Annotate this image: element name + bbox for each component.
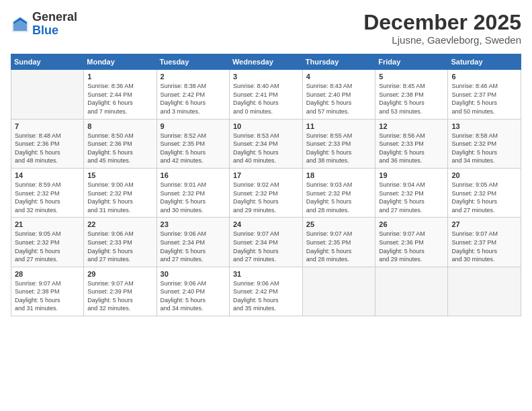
day-number: 14 bbox=[15, 171, 80, 179]
table-row: 20Sunrise: 9:05 AMSunset: 2:32 PMDayligh… bbox=[448, 168, 521, 217]
calendar-header-row: Sunday Monday Tuesday Wednesday Thursday… bbox=[11, 54, 521, 70]
table-row: 12Sunrise: 8:56 AMSunset: 2:33 PMDayligh… bbox=[375, 119, 448, 168]
logo-general: General bbox=[32, 10, 77, 24]
day-number: 25 bbox=[306, 220, 372, 228]
day-number: 3 bbox=[233, 73, 299, 81]
day-info: Sunrise: 8:38 AMSunset: 2:42 PMDaylight:… bbox=[161, 82, 226, 116]
calendar-week-row: 21Sunrise: 9:05 AMSunset: 2:32 PMDayligh… bbox=[11, 218, 521, 267]
table-row bbox=[11, 70, 84, 119]
day-number: 10 bbox=[233, 122, 299, 130]
table-row: 5Sunrise: 8:45 AMSunset: 2:38 PMDaylight… bbox=[375, 70, 448, 119]
table-row: 26Sunrise: 9:07 AMSunset: 2:36 PMDayligh… bbox=[375, 218, 448, 267]
day-info: Sunrise: 8:36 AMSunset: 2:44 PMDaylight:… bbox=[87, 82, 152, 116]
day-number: 5 bbox=[379, 73, 444, 81]
day-info: Sunrise: 8:48 AMSunset: 2:36 PMDaylight:… bbox=[15, 132, 80, 165]
logo: General Blue bbox=[11, 11, 77, 38]
day-info: Sunrise: 8:43 AMSunset: 2:40 PMDaylight:… bbox=[306, 82, 372, 116]
table-row: 21Sunrise: 9:05 AMSunset: 2:32 PMDayligh… bbox=[11, 218, 84, 267]
day-number: 28 bbox=[15, 270, 80, 278]
day-info: Sunrise: 9:05 AMSunset: 2:32 PMDaylight:… bbox=[451, 181, 517, 214]
location-title: Ljusne, Gaevleborg, Sweden bbox=[363, 34, 521, 46]
day-info: Sunrise: 8:50 AMSunset: 2:36 PMDaylight:… bbox=[87, 132, 152, 165]
col-wednesday: Wednesday bbox=[229, 54, 302, 70]
col-thursday: Thursday bbox=[302, 54, 375, 70]
calendar-table: Sunday Monday Tuesday Wednesday Thursday… bbox=[11, 54, 521, 316]
table-row: 2Sunrise: 8:38 AMSunset: 2:42 PMDaylight… bbox=[157, 70, 229, 119]
table-row: 8Sunrise: 8:50 AMSunset: 2:36 PMDaylight… bbox=[84, 119, 157, 168]
day-number: 12 bbox=[379, 122, 444, 130]
day-info: Sunrise: 9:02 AMSunset: 2:32 PMDaylight:… bbox=[233, 181, 299, 214]
day-info: Sunrise: 9:07 AMSunset: 2:35 PMDaylight:… bbox=[306, 230, 372, 263]
day-number: 13 bbox=[451, 122, 517, 130]
day-number: 22 bbox=[87, 220, 152, 228]
day-number: 26 bbox=[379, 220, 444, 228]
table-row: 29Sunrise: 9:07 AMSunset: 2:39 PMDayligh… bbox=[84, 267, 157, 316]
day-number: 15 bbox=[87, 171, 152, 179]
table-row: 23Sunrise: 9:06 AMSunset: 2:34 PMDayligh… bbox=[157, 218, 229, 267]
day-number: 17 bbox=[233, 171, 299, 179]
table-row: 19Sunrise: 9:04 AMSunset: 2:32 PMDayligh… bbox=[375, 168, 448, 217]
day-number: 2 bbox=[161, 73, 226, 81]
day-info: Sunrise: 9:06 AMSunset: 2:40 PMDaylight:… bbox=[161, 279, 226, 313]
day-number: 7 bbox=[15, 122, 80, 130]
day-info: Sunrise: 9:06 AMSunset: 2:42 PMDaylight:… bbox=[233, 279, 299, 313]
table-row: 25Sunrise: 9:07 AMSunset: 2:35 PMDayligh… bbox=[302, 218, 375, 267]
day-number: 21 bbox=[15, 220, 80, 228]
day-info: Sunrise: 8:53 AMSunset: 2:34 PMDaylight:… bbox=[233, 132, 299, 165]
table-row: 24Sunrise: 9:07 AMSunset: 2:34 PMDayligh… bbox=[229, 218, 302, 267]
table-row: 9Sunrise: 8:52 AMSunset: 2:35 PMDaylight… bbox=[157, 119, 229, 168]
table-row: 30Sunrise: 9:06 AMSunset: 2:40 PMDayligh… bbox=[157, 267, 229, 316]
table-row: 14Sunrise: 8:59 AMSunset: 2:32 PMDayligh… bbox=[11, 168, 84, 217]
day-number: 31 bbox=[233, 270, 299, 278]
page-container: General Blue December 2025 Ljusne, Gaevl… bbox=[0, 0, 532, 411]
day-info: Sunrise: 8:55 AMSunset: 2:33 PMDaylight:… bbox=[306, 132, 372, 165]
day-number: 30 bbox=[161, 270, 226, 278]
day-info: Sunrise: 9:07 AMSunset: 2:39 PMDaylight:… bbox=[87, 279, 152, 313]
calendar-week-row: 14Sunrise: 8:59 AMSunset: 2:32 PMDayligh… bbox=[11, 168, 521, 217]
day-number: 19 bbox=[379, 171, 444, 179]
day-info: Sunrise: 8:40 AMSunset: 2:41 PMDaylight:… bbox=[233, 82, 299, 116]
day-number: 20 bbox=[451, 171, 517, 179]
day-info: Sunrise: 9:07 AMSunset: 2:34 PMDaylight:… bbox=[233, 230, 299, 263]
table-row: 18Sunrise: 9:03 AMSunset: 2:32 PMDayligh… bbox=[302, 168, 375, 217]
day-info: Sunrise: 8:56 AMSunset: 2:33 PMDaylight:… bbox=[379, 132, 444, 165]
day-number: 1 bbox=[87, 73, 152, 81]
day-number: 16 bbox=[161, 171, 226, 179]
day-info: Sunrise: 8:59 AMSunset: 2:32 PMDaylight:… bbox=[15, 181, 80, 214]
table-row: 27Sunrise: 9:07 AMSunset: 2:37 PMDayligh… bbox=[448, 218, 521, 267]
day-number: 4 bbox=[306, 73, 372, 81]
table-row: 4Sunrise: 8:43 AMSunset: 2:40 PMDaylight… bbox=[302, 70, 375, 119]
calendar-week-row: 7Sunrise: 8:48 AMSunset: 2:36 PMDaylight… bbox=[11, 119, 521, 168]
col-sunday: Sunday bbox=[11, 54, 84, 70]
logo-blue: Blue bbox=[32, 24, 58, 37]
header: General Blue December 2025 Ljusne, Gaevl… bbox=[11, 11, 521, 46]
col-tuesday: Tuesday bbox=[157, 54, 229, 70]
day-number: 29 bbox=[87, 270, 152, 278]
day-info: Sunrise: 9:07 AMSunset: 2:36 PMDaylight:… bbox=[379, 230, 444, 263]
table-row: 13Sunrise: 8:58 AMSunset: 2:32 PMDayligh… bbox=[448, 119, 521, 168]
day-number: 23 bbox=[161, 220, 226, 228]
table-row bbox=[302, 267, 375, 316]
day-info: Sunrise: 8:46 AMSunset: 2:37 PMDaylight:… bbox=[451, 82, 517, 116]
table-row: 17Sunrise: 9:02 AMSunset: 2:32 PMDayligh… bbox=[229, 168, 302, 217]
day-info: Sunrise: 9:07 AMSunset: 2:37 PMDaylight:… bbox=[451, 230, 517, 263]
logo-icon bbox=[11, 15, 30, 34]
day-info: Sunrise: 8:45 AMSunset: 2:38 PMDaylight:… bbox=[379, 82, 444, 116]
calendar-week-row: 1Sunrise: 8:36 AMSunset: 2:44 PMDaylight… bbox=[11, 70, 521, 119]
col-friday: Friday bbox=[375, 54, 448, 70]
col-monday: Monday bbox=[84, 54, 157, 70]
day-number: 6 bbox=[451, 73, 517, 81]
table-row: 31Sunrise: 9:06 AMSunset: 2:42 PMDayligh… bbox=[229, 267, 302, 316]
month-title: December 2025 bbox=[363, 11, 521, 34]
day-number: 9 bbox=[161, 122, 226, 130]
day-number: 11 bbox=[306, 122, 372, 130]
title-block: December 2025 Ljusne, Gaevleborg, Sweden bbox=[363, 11, 521, 46]
day-info: Sunrise: 8:52 AMSunset: 2:35 PMDaylight:… bbox=[161, 132, 226, 165]
day-info: Sunrise: 9:06 AMSunset: 2:34 PMDaylight:… bbox=[161, 230, 226, 263]
day-info: Sunrise: 9:03 AMSunset: 2:32 PMDaylight:… bbox=[306, 181, 372, 214]
table-row: 15Sunrise: 9:00 AMSunset: 2:32 PMDayligh… bbox=[84, 168, 157, 217]
day-info: Sunrise: 9:04 AMSunset: 2:32 PMDaylight:… bbox=[379, 181, 444, 214]
table-row bbox=[375, 267, 448, 316]
table-row: 1Sunrise: 8:36 AMSunset: 2:44 PMDaylight… bbox=[84, 70, 157, 119]
table-row: 7Sunrise: 8:48 AMSunset: 2:36 PMDaylight… bbox=[11, 119, 84, 168]
